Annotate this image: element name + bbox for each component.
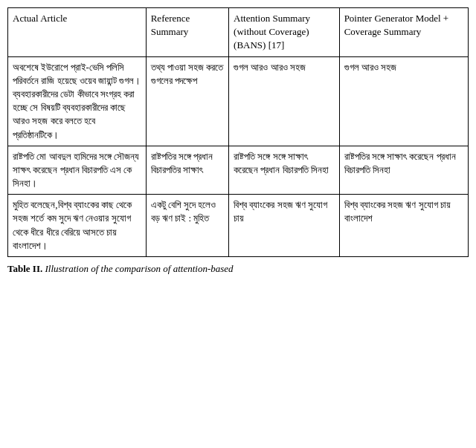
caption-text: Illustration of the comparison of attent… (42, 263, 233, 274)
header-actual-article: Actual Article (8, 8, 147, 57)
cell-actual-1: অবশেষে ইউরোপে প্রাই-ভেসি পলিসি পরিবর্তনে… (8, 56, 147, 146)
comparison-table: Actual Article Reference Summary Attenti… (7, 7, 469, 257)
cell-actual-2: রাষ্টপতি মো আবদুল হামিদের সঙ্গে সৌজন্য স… (8, 146, 147, 195)
header-pointer-coverage: Pointer Generator Model + Coverage Summa… (339, 8, 468, 57)
cell-ptr-3: বিশ্ব ব্যাংকের সহজ ঋণ সুযোগ চায় বাংলাদে… (339, 195, 468, 257)
cell-attn-2: রাষ্টপতি সঙ্গে সঙ্গে সাক্ষাৎ করেছেন প্রধ… (229, 146, 340, 195)
cell-attn-3: বিশ্ব ব্যাংকের সহজ ঋণ সুযোগ চায় (229, 195, 340, 257)
table-row: অবশেষে ইউরোপে প্রাই-ভেসি পলিসি পরিবর্তনে… (8, 56, 469, 146)
cell-attn-1: গুগল আরও আরও সহজ (229, 56, 340, 146)
cell-ptr-1: গুগল আরও সহজ (339, 56, 468, 146)
cell-ref-3: একটু বেশি সুদে হলেও বড় ঋণ চাই : মুহিত (146, 195, 228, 257)
table-row: মুহিত বলেছেন,বিশ্ব ব্যাংকের কাছ থেকে সহজ… (8, 195, 469, 257)
cell-ref-2: রাষ্টপতির সঙ্গে প্রধান বিচারপতির সাক্ষাৎ (146, 146, 228, 195)
cell-ref-1: তথ্য পাওয়া সহজ করতে গুগলের পদক্ষেপ (146, 56, 228, 146)
table-row: রাষ্টপতি মো আবদুল হামিদের সঙ্গে সৌজন্য স… (8, 146, 469, 195)
header-row: Actual Article Reference Summary Attenti… (8, 8, 469, 57)
header-reference-summary: Reference Summary (146, 8, 228, 57)
header-attention-summary: Attention Summary (without Coverage) (BA… (229, 8, 340, 57)
table-caption: Table II. Illustration of the comparison… (7, 263, 469, 275)
cell-ptr-2: রাষ্টপতির সঙ্গে সাক্ষাৎ করেছেন প্রধান বি… (339, 146, 468, 195)
cell-actual-3: মুহিত বলেছেন,বিশ্ব ব্যাংকের কাছ থেকে সহজ… (8, 195, 147, 257)
caption-label: Table II. (7, 263, 42, 274)
table-container: Actual Article Reference Summary Attenti… (7, 7, 469, 275)
